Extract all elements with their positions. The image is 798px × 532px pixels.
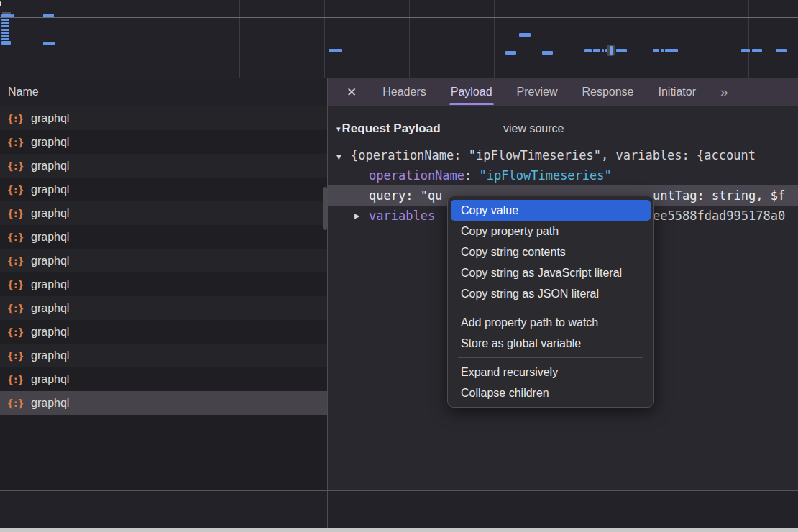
menu-item-copy-property-path[interactable]: Copy property path [451, 221, 651, 242]
menu-item-copy-string-as-javascript-literal[interactable]: Copy string as JavaScript literal [451, 262, 651, 283]
network-request-row[interactable]: {:}graphql [0, 201, 327, 225]
waterfall-bar [1, 38, 9, 40]
network-request-row[interactable]: {:}graphql [0, 391, 327, 415]
network-request-row[interactable]: {:}graphql [0, 178, 327, 201]
timeline-gridline [748, 0, 749, 78]
json-braces-icon: {:} [7, 113, 24, 124]
waterfall-bar [0, 1, 1, 6]
window-bottom-edge [0, 528, 798, 532]
tab-preview[interactable]: Preview [517, 78, 558, 106]
network-request-row[interactable]: {:}graphql [0, 154, 327, 178]
request-name: graphql [31, 302, 69, 315]
menu-item-collapse-children[interactable]: Collapse children [451, 382, 651, 403]
request-payload-section[interactable]: ▾ Request Payload view source [328, 118, 798, 139]
menu-item-copy-string-as-json-literal[interactable]: Copy string as JSON literal [451, 283, 651, 304]
request-name: graphql [31, 183, 69, 196]
request-name: graphql [31, 373, 69, 386]
json-braces-icon: {:} [7, 231, 24, 243]
timeline-gridline [409, 0, 410, 78]
timeline-gridline [664, 0, 664, 78]
json-braces-icon: {:} [7, 208, 24, 219]
network-overview-timeline[interactable] [0, 0, 798, 78]
tree-row-operation-name[interactable]: operationName: "ipFlowTimeseries" [328, 165, 798, 185]
waterfall-bar [653, 49, 659, 52]
json-braces-icon: {:} [7, 160, 24, 172]
collapse-triangle-icon: ▾ [336, 124, 341, 134]
waterfall-bar [602, 49, 604, 52]
network-request-row[interactable]: {:}graphql [0, 225, 327, 249]
tab-response[interactable]: Response [582, 78, 633, 106]
request-name: graphql [31, 160, 69, 173]
name-column-header[interactable]: Name [0, 78, 327, 106]
timeline-gridline [70, 0, 70, 78]
collapsed-triangle-icon[interactable]: ▶ [354, 206, 359, 226]
key-separator: : [464, 168, 479, 183]
menu-item-copy-value[interactable]: Copy value [451, 200, 651, 221]
network-request-row[interactable]: {:}graphql [0, 296, 327, 320]
json-braces-icon: {:} [7, 255, 24, 267]
more-tabs-icon[interactable]: » [720, 84, 727, 100]
property-value-string: "ipFlowTimeseries" [480, 168, 612, 183]
waterfall-bar [12, 14, 14, 17]
waterfall-bar [1, 41, 11, 45]
waterfall-bar [616, 49, 627, 52]
json-braces-icon: {:} [7, 398, 24, 409]
timeline-gridline [155, 0, 155, 78]
waterfall-bar [661, 49, 664, 52]
request-list: {:}graphql{:}graphql{:}graphql{:}graphql… [0, 106, 327, 490]
active-tab-underline [449, 103, 494, 105]
waterfall-bar [519, 33, 531, 37]
waterfall-bar [1, 19, 9, 21]
request-name: graphql [31, 278, 69, 291]
network-request-row[interactable]: {:}graphql [0, 320, 327, 344]
waterfall-bar [505, 51, 516, 55]
request-name: graphql [31, 326, 69, 339]
menu-item-store-as-global-variable[interactable]: Store as global variable [451, 333, 651, 354]
json-braces-icon: {:} [7, 350, 24, 362]
timeline-gridline [324, 0, 325, 78]
close-icon[interactable]: ✕ [347, 85, 357, 100]
request-name: graphql [31, 207, 69, 220]
menu-item-add-property-path-to-watch[interactable]: Add property path to watch [451, 312, 651, 333]
json-braces-icon: {:} [7, 279, 24, 290]
waterfall-bar [43, 42, 55, 45]
timeline-gridline [494, 0, 495, 78]
network-request-row[interactable]: {:}graphql [0, 367, 327, 391]
tab-initiator[interactable]: Initiator [659, 78, 696, 106]
request-name: graphql [31, 349, 69, 362]
waterfall-bar [1, 32, 9, 34]
timeline-gridline [579, 0, 579, 78]
json-braces-icon: {:} [7, 184, 24, 196]
menu-separator [458, 308, 643, 308]
waterfall-bar [1, 22, 9, 24]
timeline-gridline [239, 0, 240, 78]
request-name: graphql [31, 112, 69, 125]
waterfall-bar [1, 25, 9, 27]
menu-item-expand-recursively[interactable]: Expand recursively [451, 362, 651, 382]
network-request-row[interactable]: {:}graphql [0, 249, 327, 272]
waterfall-bar [329, 49, 342, 52]
waterfall-bar [752, 49, 762, 52]
request-name: graphql [31, 231, 69, 244]
view-source-link[interactable]: view source [503, 122, 564, 135]
waterfall-bar [1, 14, 12, 17]
network-request-row[interactable]: {:}graphql [0, 106, 327, 130]
footer-separator [0, 490, 798, 491]
tab-payload[interactable]: Payload [451, 78, 492, 106]
devtools-network-panel: Name {:}graphql{:}graphql{:}graphql{:}gr… [0, 0, 798, 532]
query-fragment-right: untTag: string, $f [653, 185, 785, 206]
menu-separator [458, 357, 643, 358]
waterfall-bar [542, 51, 553, 55]
network-request-row[interactable]: {:}graphql [0, 272, 327, 296]
tab-headers[interactable]: Headers [382, 78, 426, 106]
expanded-triangle-icon[interactable]: ▼ [336, 147, 351, 165]
name-column-label: Name [8, 86, 39, 98]
variables-fragment-right: ee5588fdad995178a0 [653, 206, 785, 226]
tree-row-root[interactable]: ▼{operationName: "ipFlowTimeseries", var… [328, 145, 798, 165]
waterfall-bar [1, 35, 9, 37]
menu-item-copy-string-contents[interactable]: Copy string contents [451, 242, 651, 262]
network-request-row[interactable]: {:}graphql [0, 344, 327, 367]
request-name: graphql [31, 136, 69, 149]
network-request-row[interactable]: {:}graphql [0, 130, 327, 154]
json-braces-icon: {:} [7, 374, 24, 385]
